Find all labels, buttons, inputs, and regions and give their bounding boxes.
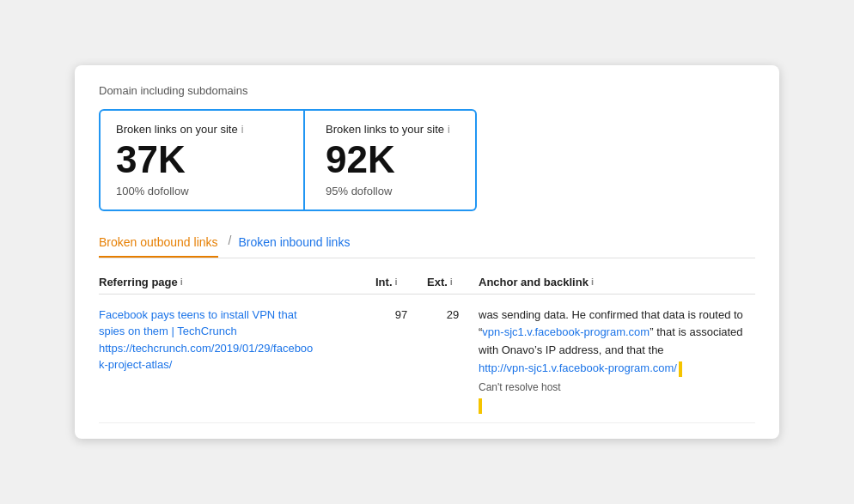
broken-on-site-value: 37K [116,139,279,180]
tab-divider: / [229,234,232,254]
broken-on-site-box: Broken links on your site i 37K 100% dof… [99,109,305,210]
ext-header-info-icon[interactable]: i [450,276,453,287]
col-header-int: Int. i [375,276,427,288]
broken-to-site-title: Broken links to your site i [326,123,451,136]
referring-header-info-icon[interactable]: i [180,276,183,287]
cant-resolve-text: Can't resolve host [479,380,755,396]
tab-broken-outbound[interactable]: Broken outbound links [99,230,218,258]
broken-on-site-sub: 100% dofollow [116,185,279,197]
broken-on-site-info-icon[interactable]: i [241,124,244,136]
table-row: Facebook pays teens to install VPN that … [99,295,755,423]
col-header-referring: Referring page i [99,276,375,288]
broken-to-site-value: 92K [326,139,451,180]
table-header: Referring page i Int. i Ext. i Anchor an… [99,270,755,295]
broken-to-site-box: Broken links to your site i 92K 95% dofo… [305,109,477,210]
broken-to-site-info-icon[interactable]: i [448,124,450,136]
anchor-link[interactable]: vpn-sjc1.v.facebook-program.com [482,325,650,338]
anchor-backlink-cell: was sending data. He confirmed that data… [479,307,755,414]
referring-page-cell: Facebook pays teens to install VPN that … [99,307,375,373]
col-header-ext: Ext. i [427,276,479,288]
col-header-anchor: Anchor and backlink i [479,276,755,288]
yellow-bar-icon [679,361,682,377]
metrics-row: Broken links on your site i 37K 100% dof… [99,109,755,210]
int-header-info-icon[interactable]: i [395,276,398,287]
main-card: Domain including subdomains Broken links… [75,65,779,439]
tab-broken-inbound[interactable]: Broken inbound links [238,230,350,258]
referring-page-link[interactable]: Facebook pays teens to install VPN that … [99,308,313,372]
broken-on-site-title: Broken links on your site i [116,123,279,136]
anchor-header-info-icon[interactable]: i [591,276,594,287]
int-value-cell: 97 [375,307,427,321]
yellow-bar-bottom-icon [479,398,482,414]
anchor-url-link[interactable]: http://vpn-sjc1.v.facebook-program.com/ [479,361,677,374]
tabs-row: Broken outbound links / Broken inbound l… [99,230,755,258]
ext-value-cell: 29 [427,307,479,321]
broken-to-site-sub: 95% dofollow [326,185,451,197]
domain-label: Domain including subdomains [99,84,755,97]
